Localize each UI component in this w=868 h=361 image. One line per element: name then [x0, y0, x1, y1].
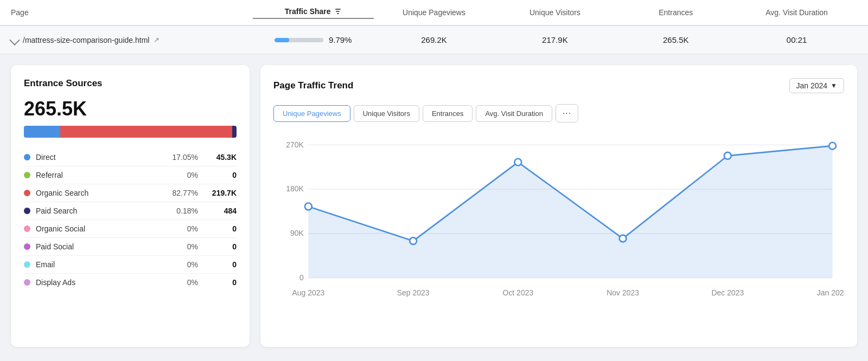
stacked-segment-paid-search: [232, 126, 237, 138]
chart-container: 270K180K90K0Aug 2023Sep 2023Oct 2023Nov …: [273, 133, 844, 307]
external-link-icon[interactable]: ↗: [154, 36, 159, 44]
svg-text:270K: 270K: [286, 140, 304, 149]
entrance-sources-card: Entrance Sources 265.5K Direct17.05%45.3…: [11, 65, 250, 347]
svg-text:Aug 2023: Aug 2023: [292, 288, 325, 297]
svg-text:90K: 90K: [290, 229, 304, 237]
source-value: 0: [207, 242, 237, 251]
source-pct: 0%: [160, 242, 198, 251]
source-row: Email0%0: [24, 256, 237, 274]
source-dot: [24, 172, 30, 178]
source-name: Organic Search: [36, 189, 160, 197]
chevron-down-icon: ▼: [831, 82, 837, 89]
stacked-segment-organic-search: [60, 126, 233, 138]
unique-visitors-cell: 217.9K: [494, 35, 615, 44]
trend-header: Page Traffic Trend Jan 2024 ▼: [273, 78, 844, 93]
source-dot: [24, 243, 30, 250]
svg-text:Nov 2023: Nov 2023: [607, 288, 639, 297]
source-name: Paid Search: [36, 207, 160, 215]
svg-text:0: 0: [299, 273, 304, 282]
source-value: 484: [207, 207, 237, 215]
traffic-share-bar: [275, 38, 323, 42]
source-value: 45.3K: [207, 153, 237, 162]
svg-text:Sep 2023: Sep 2023: [397, 288, 430, 297]
svg-point-10: [514, 159, 521, 166]
chevron-down-icon[interactable]: [9, 35, 20, 46]
svg-point-9: [410, 237, 417, 244]
source-row: Paid Social0%0: [24, 238, 237, 256]
source-dot: [24, 261, 30, 268]
metric-tabs: Unique PageviewsUnique VisitorsEntrances…: [273, 104, 844, 123]
source-row: Referral0%0: [24, 166, 237, 184]
source-pct: 17.05%: [160, 153, 198, 162]
unique-pageviews-cell: 269.2K: [374, 35, 495, 44]
metric-tab-more[interactable]: ···: [556, 104, 578, 123]
source-row: Display Ads0%0: [24, 274, 237, 291]
header-page: Page: [11, 8, 253, 17]
source-row: Organic Search82.77%219.7K: [24, 184, 237, 202]
traffic-trend-card: Page Traffic Trend Jan 2024 ▼ Unique Pag…: [260, 65, 857, 347]
svg-point-8: [305, 203, 312, 210]
source-value: 0: [207, 278, 237, 287]
header-unique-pageviews: Unique Pageviews: [374, 8, 495, 17]
source-table: Direct17.05%45.3KReferral0%0Organic Sear…: [24, 149, 237, 291]
source-row: Direct17.05%45.3K: [24, 149, 237, 166]
source-pct: 0%: [160, 171, 198, 179]
source-value: 219.7K: [207, 189, 237, 197]
source-pct: 0%: [160, 278, 198, 287]
source-row: Organic Social0%0: [24, 220, 237, 238]
metric-tab-entrances[interactable]: Entrances: [423, 105, 473, 122]
header-entrances: Entrances: [615, 8, 736, 17]
main-content: Entrance Sources 265.5K Direct17.05%45.3…: [0, 54, 868, 358]
svg-text:Jan 2024: Jan 2024: [817, 288, 844, 297]
source-pct: 0%: [160, 224, 198, 233]
source-dot: [24, 208, 30, 214]
source-value: 0: [207, 171, 237, 179]
sort-icon: [334, 8, 342, 15]
source-dot: [24, 154, 30, 160]
source-name: Organic Social: [36, 224, 160, 233]
stacked-segment-direct: [24, 126, 60, 138]
source-value: 0: [207, 260, 237, 269]
source-dot: [24, 279, 30, 286]
source-name: Email: [36, 260, 160, 269]
header-traffic-share[interactable]: Traffic Share: [253, 7, 374, 19]
metric-tab-avg_visit_duration[interactable]: Avg. Visit Duration: [476, 105, 552, 122]
header-avg-visit-duration: Avg. Visit Duration: [736, 8, 857, 17]
page-cell: /mattress-size-comparison-guide.html ↗: [11, 36, 253, 44]
source-name: Paid Social: [36, 242, 160, 251]
source-value: 0: [207, 224, 237, 233]
svg-text:Oct 2023: Oct 2023: [503, 288, 534, 297]
entrance-sources-title: Entrance Sources: [24, 78, 237, 89]
metric-tab-unique_pageviews[interactable]: Unique Pageviews: [273, 105, 350, 122]
source-pct: 82.77%: [160, 189, 198, 197]
source-row: Paid Search0.18%484: [24, 202, 237, 220]
date-selector-button[interactable]: Jan 2024 ▼: [789, 78, 845, 93]
svg-text:180K: 180K: [286, 184, 304, 193]
avg-visit-duration-cell: 00:21: [736, 35, 857, 44]
source-name: Display Ads: [36, 278, 160, 287]
svg-text:Dec 2023: Dec 2023: [711, 288, 744, 297]
metric-tab-unique_visitors[interactable]: Unique Visitors: [354, 105, 419, 122]
progress-bar-fill: [275, 38, 289, 42]
source-name: Direct: [36, 153, 160, 162]
data-row: /mattress-size-comparison-guide.html ↗ 9…: [0, 26, 868, 54]
svg-point-12: [724, 152, 731, 159]
entrance-sources-total: 265.5K: [24, 98, 237, 120]
source-name: Referral: [36, 171, 160, 179]
chart-svg: 270K180K90K0Aug 2023Sep 2023Oct 2023Nov …: [273, 133, 844, 307]
trend-title: Page Traffic Trend: [273, 80, 353, 91]
traffic-share-cell: 9.79%: [253, 35, 374, 44]
stacked-bar: [24, 126, 237, 138]
svg-point-11: [620, 235, 627, 242]
header-unique-visitors: Unique Visitors: [494, 8, 615, 17]
source-dot: [24, 225, 30, 232]
source-dot: [24, 190, 30, 196]
source-pct: 0.18%: [160, 207, 198, 215]
source-pct: 0%: [160, 260, 198, 269]
entrances-cell: 265.5K: [615, 35, 736, 44]
svg-point-13: [829, 143, 836, 150]
header-row: Page Traffic Share Unique Pageviews Uniq…: [0, 0, 868, 26]
